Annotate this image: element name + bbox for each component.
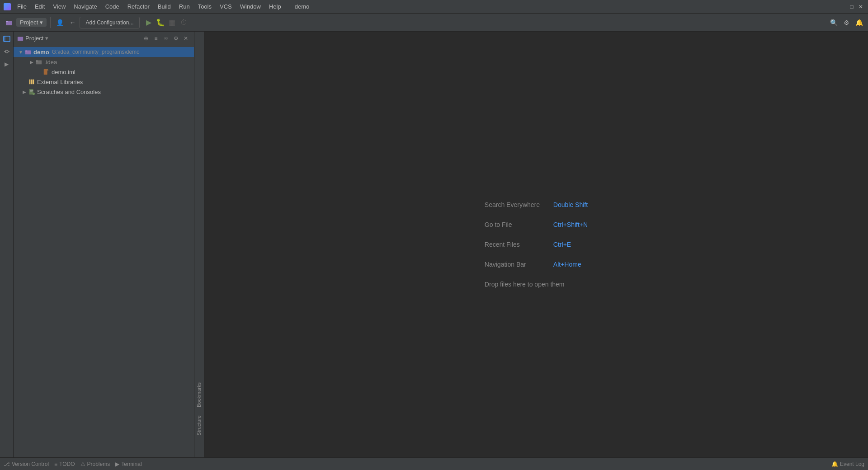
scratches-arrow: ▶ xyxy=(21,88,28,95)
panel-settings-button[interactable]: ⚙ xyxy=(171,34,180,43)
panel-header: Project ▾ ⊕ ≡ ≂ ⚙ ✕ xyxy=(14,32,194,45)
todo-status[interactable]: ≡ TODO xyxy=(54,461,75,467)
svg-rect-16 xyxy=(33,80,34,85)
status-bar-right: 🔔 Event Log xyxy=(831,461,864,467)
idea-folder-icon xyxy=(35,58,42,66)
tree-root-demo[interactable]: ▼ demo G:\idea_community_programs\demo xyxy=(14,47,194,57)
event-log-label: Event Log xyxy=(840,461,864,467)
search-everywhere-button[interactable]: 🔍 xyxy=(828,17,839,28)
search-everywhere-label: Search Everywhere xyxy=(485,201,548,208)
root-folder-icon xyxy=(24,48,32,56)
settings-button[interactable]: ⚙ xyxy=(841,17,852,28)
svg-point-4 xyxy=(5,50,8,53)
version-control-label: Version Control xyxy=(12,461,49,467)
svg-rect-7 xyxy=(18,37,23,41)
navigation-bar-label: Navigation Bar xyxy=(485,261,548,268)
menu-file[interactable]: File xyxy=(14,2,30,11)
external-libraries-icon xyxy=(28,78,35,85)
menu-code[interactable]: Code xyxy=(102,2,123,11)
menu-vcs[interactable]: VCS xyxy=(216,2,236,11)
problems-label: Problems xyxy=(87,461,110,467)
notifications-button[interactable]: 🔔 xyxy=(854,17,864,28)
event-log-status[interactable]: 🔔 Event Log xyxy=(831,461,864,467)
version-control-status[interactable]: ⎇ Version Control xyxy=(4,461,49,467)
svg-rect-14 xyxy=(29,80,31,85)
menu-tools[interactable]: Tools xyxy=(194,2,215,11)
coverage-button[interactable]: ▦ xyxy=(167,17,178,28)
status-bar: ⎇ Version Control ≡ TODO ⚠ Problems ▶ Te… xyxy=(0,457,868,470)
tree-scratches-consoles[interactable]: ▶ Scratches and Consoles xyxy=(14,87,194,97)
svg-rect-1 xyxy=(6,21,8,22)
close-button[interactable]: ✕ xyxy=(857,3,864,10)
minimize-button[interactable]: ─ xyxy=(839,3,846,10)
panel-actions: ⊕ ≡ ≂ ⚙ ✕ xyxy=(142,34,190,43)
tree-idea-folder[interactable]: ▶ .idea xyxy=(14,57,194,67)
idea-folder-name: .idea xyxy=(44,59,57,66)
left-vertical-tabs: Bookmarks Structure xyxy=(194,32,204,457)
maximize-button[interactable]: □ xyxy=(848,3,855,10)
svg-rect-9 xyxy=(25,51,27,52)
add-configuration-button[interactable]: Add Configuration... xyxy=(80,17,139,28)
tree-external-libraries[interactable]: ▶ External Libraries xyxy=(14,77,194,87)
iml-file-icon xyxy=(42,68,50,75)
navigation-bar-shortcut: Alt+Home xyxy=(553,261,581,268)
hint-recent-files: Recent Files Ctrl+E xyxy=(485,241,588,248)
idea-arrow: ▶ xyxy=(28,58,35,66)
svg-rect-11 xyxy=(36,61,38,62)
toolbar: Project ▾ 👤 ← Add Configuration... ▶ 🐛 ▦… xyxy=(0,14,868,32)
navigate-back[interactable]: ← xyxy=(67,17,78,28)
panel-collapse-button[interactable]: ≡ xyxy=(151,34,160,43)
panel-dropdown-arrow[interactable]: ▾ xyxy=(45,35,48,42)
menu-refactor[interactable]: Refactor xyxy=(124,2,153,11)
todo-label: TODO xyxy=(59,461,75,467)
scratches-label: Scratches and Consoles xyxy=(37,89,101,95)
profile-run-button[interactable]: ⏱ xyxy=(179,17,189,28)
problems-icon: ⚠ xyxy=(80,461,85,467)
panel-expand-button[interactable]: ≂ xyxy=(161,34,170,43)
menu-edit[interactable]: Edit xyxy=(31,2,48,11)
svg-rect-15 xyxy=(31,80,32,85)
run-panel-toggle[interactable]: ▶ xyxy=(1,59,12,70)
editor-area[interactable]: Search Everywhere Double Shift Go to Fil… xyxy=(204,32,868,457)
external-libraries-label: External Libraries xyxy=(37,79,83,85)
profile-button[interactable]: 👤 xyxy=(54,17,65,28)
svg-point-20 xyxy=(33,93,35,95)
run-button[interactable]: ▶ xyxy=(143,17,154,28)
tree-demo-iml[interactable]: ▶ demo.iml xyxy=(14,67,194,77)
project-dropdown[interactable]: Project ▾ xyxy=(16,18,47,27)
project-panel-toggle[interactable] xyxy=(1,33,12,44)
commit-panel-toggle[interactable] xyxy=(1,46,12,57)
drop-files-label: Drop files here to open them xyxy=(485,281,565,288)
hint-go-to-file: Go to File Ctrl+Shift+N xyxy=(485,221,588,228)
panel-locate-button[interactable]: ⊕ xyxy=(142,34,151,43)
window-controls: ─ □ ✕ xyxy=(839,3,864,10)
menu-navigate[interactable]: Navigate xyxy=(70,2,100,11)
vtab-bookmarks[interactable]: Bookmarks xyxy=(194,379,204,411)
iml-file-name: demo.iml xyxy=(52,69,75,75)
svg-marker-13 xyxy=(47,69,49,70)
terminal-icon: ▶ xyxy=(115,461,119,467)
menu-run[interactable]: Run xyxy=(175,2,193,11)
root-path: G:\idea_community_programs\demo xyxy=(52,49,140,55)
recent-files-shortcut: Ctrl+E xyxy=(553,241,571,248)
todo-icon: ≡ xyxy=(54,461,57,467)
project-panel: Project ▾ ⊕ ≡ ≂ ⚙ ✕ ▼ demo G:\idea_commu… xyxy=(14,32,194,457)
debug-button[interactable]: 🐛 xyxy=(155,17,166,28)
menu-help[interactable]: Help xyxy=(265,2,285,11)
svg-rect-3 xyxy=(4,36,5,42)
menu-view[interactable]: View xyxy=(49,2,69,11)
vtab-structure[interactable]: Structure xyxy=(194,412,204,439)
problems-status[interactable]: ⚠ Problems xyxy=(80,461,110,467)
search-everywhere-shortcut: Double Shift xyxy=(553,201,588,208)
panel-close-button[interactable]: ✕ xyxy=(181,34,190,43)
menu-window[interactable]: Window xyxy=(236,2,264,11)
menu-build[interactable]: Build xyxy=(154,2,175,11)
file-tree: ▼ demo G:\idea_community_programs\demo ▶… xyxy=(14,45,194,457)
welcome-content: Search Everywhere Double Shift Go to Fil… xyxy=(485,201,588,288)
root-arrow: ▼ xyxy=(17,48,24,56)
terminal-status[interactable]: ▶ Terminal xyxy=(115,461,142,467)
recent-files-label: Recent Files xyxy=(485,241,548,248)
hint-drop-files: Drop files here to open them xyxy=(485,281,588,288)
hint-search-everywhere: Search Everywhere Double Shift xyxy=(485,201,588,208)
event-log-icon: 🔔 xyxy=(831,461,838,467)
